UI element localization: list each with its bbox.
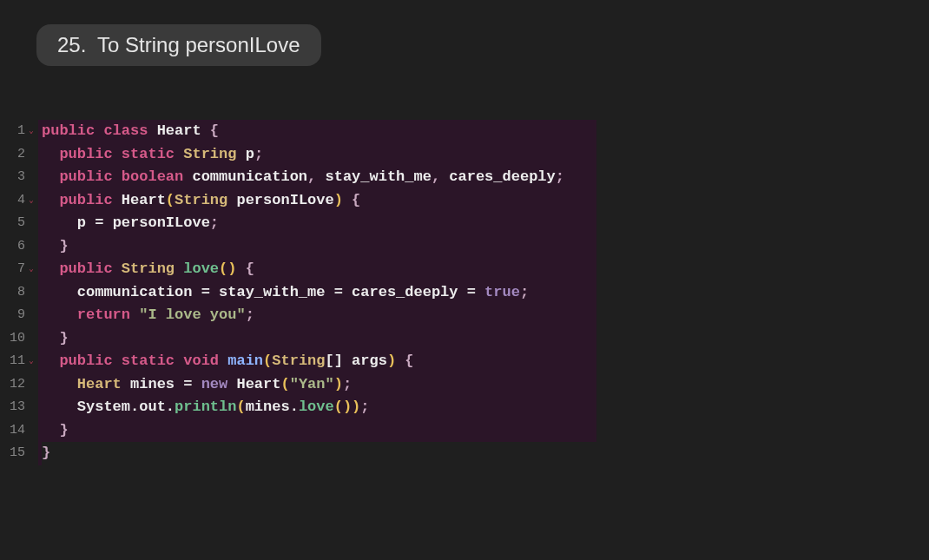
title-number: 25. <box>57 33 86 56</box>
code-editor[interactable]: 1⌄2⌄3⌄4⌄5⌄6⌄7⌄8⌄9⌄10⌄11⌄12⌄13⌄14⌄15⌄ pub… <box>0 120 596 465</box>
gutter-line: 6⌄ <box>3 235 35 259</box>
line-number: 2 <box>17 143 25 167</box>
line-number: 10 <box>10 327 25 351</box>
fold-icon[interactable]: ⌄ <box>28 189 35 213</box>
line-number: 8 <box>17 281 25 305</box>
gutter-line: 13⌄ <box>3 396 35 419</box>
fold-icon[interactable]: ⌄ <box>28 120 35 143</box>
gutter-line: 4⌄ <box>3 189 35 213</box>
line-number: 7 <box>17 258 25 281</box>
line-number: 9 <box>17 304 25 327</box>
line-gutter: 1⌄2⌄3⌄4⌄5⌄6⌄7⌄8⌄9⌄10⌄11⌄12⌄13⌄14⌄15⌄ <box>0 120 38 465</box>
gutter-line: 10⌄ <box>3 327 35 351</box>
code-line: public Heart(String personILove) { <box>42 189 596 213</box>
code-line: } <box>42 419 596 443</box>
gutter-line: 3⌄ <box>3 166 35 189</box>
line-number: 12 <box>10 373 25 397</box>
fold-icon[interactable]: ⌄ <box>28 258 35 281</box>
gutter-line: 9⌄ <box>3 304 35 327</box>
code-line: public class Heart { <box>42 120 596 143</box>
gutter-line: 5⌄ <box>3 212 35 235</box>
title-pill: 25. To String personILove <box>36 24 321 66</box>
title-text: To String personILove <box>97 33 300 56</box>
gutter-line: 1⌄ <box>3 120 35 143</box>
line-number: 13 <box>10 396 25 419</box>
code-line: public String love() { <box>42 258 596 281</box>
gutter-line: 12⌄ <box>3 373 35 397</box>
gutter-line: 7⌄ <box>3 258 35 281</box>
fold-icon[interactable]: ⌄ <box>28 350 35 373</box>
line-number: 15 <box>10 442 25 465</box>
line-number: 11 <box>10 350 25 373</box>
line-number: 4 <box>17 189 25 213</box>
code-line: p = personILove; <box>42 212 596 235</box>
gutter-line: 15⌄ <box>3 442 35 465</box>
line-number: 3 <box>17 166 25 189</box>
gutter-line: 2⌄ <box>3 143 35 167</box>
gutter-line: 14⌄ <box>3 419 35 443</box>
code-line: return "I love you"; <box>42 304 596 327</box>
code-line: public static String p; <box>42 143 596 167</box>
line-number: 14 <box>10 419 25 443</box>
gutter-line: 8⌄ <box>3 281 35 305</box>
line-number: 1 <box>17 120 25 143</box>
code-line: communication = stay_with_me = cares_dee… <box>42 281 596 305</box>
code-line: System.out.println(mines.love()); <box>42 396 596 419</box>
code-area[interactable]: public class Heart { public static Strin… <box>38 120 596 465</box>
code-line: public static void main(String[] args) { <box>42 350 596 373</box>
line-number: 6 <box>17 235 25 259</box>
code-line: Heart mines = new Heart("Yan"); <box>42 373 596 397</box>
gutter-line: 11⌄ <box>3 350 35 373</box>
code-line: } <box>42 442 596 465</box>
code-line: } <box>42 235 596 259</box>
code-line: public boolean communication, stay_with_… <box>42 166 596 189</box>
line-number: 5 <box>17 212 25 235</box>
code-line: } <box>42 327 596 351</box>
